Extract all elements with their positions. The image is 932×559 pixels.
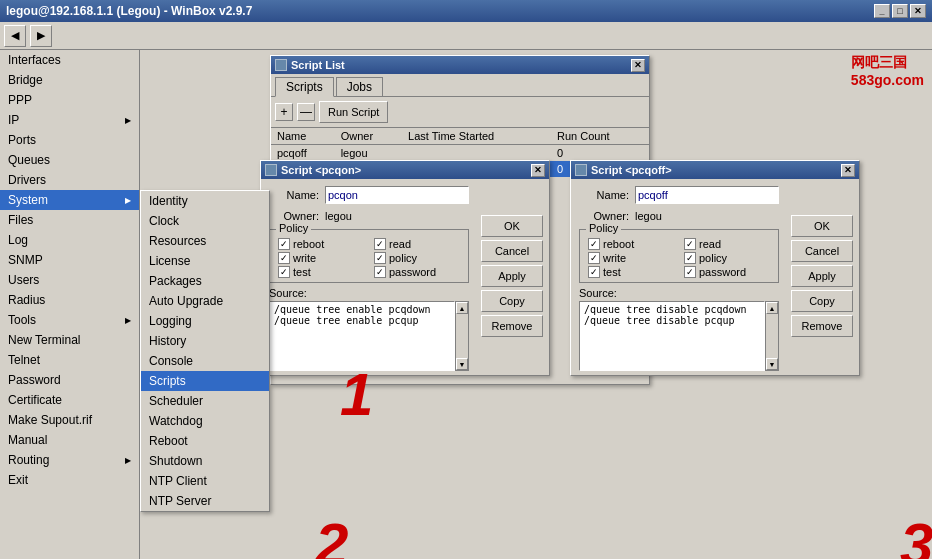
submenu-shutdown[interactable]: Shutdown: [141, 451, 269, 471]
watermark-line2: 583go.com: [851, 72, 924, 88]
submenu-clock[interactable]: Clock: [141, 211, 269, 231]
policy-test-off-checkbox[interactable]: ✓: [588, 266, 600, 278]
policy-reboot: ✓ reboot: [278, 238, 364, 250]
pcqoff-scrollbar: ▲ ▼: [765, 301, 779, 371]
script-list-close[interactable]: ✕: [631, 59, 645, 72]
pcqon-scroll-up[interactable]: ▲: [456, 302, 468, 314]
pcqon-close[interactable]: ✕: [531, 164, 545, 177]
sidebar-item-make-supout[interactable]: Make Supout.rif: [0, 410, 139, 430]
submenu-identity[interactable]: Identity: [141, 191, 269, 211]
sidebar-item-system[interactable]: System: [0, 190, 139, 210]
pcqon-cancel-button[interactable]: Cancel: [481, 240, 543, 262]
remove-script-button[interactable]: —: [297, 103, 315, 121]
pcqon-policy-group: Policy ✓ reboot ✓ read ✓: [269, 229, 469, 283]
policy-write-off-checkbox[interactable]: ✓: [588, 252, 600, 264]
policy-write-checkbox[interactable]: ✓: [278, 252, 290, 264]
policy-read-checkbox[interactable]: ✓: [374, 238, 386, 250]
submenu-reboot[interactable]: Reboot: [141, 431, 269, 451]
policy-policy-checkbox[interactable]: ✓: [374, 252, 386, 264]
sidebar-item-manual[interactable]: Manual: [0, 430, 139, 450]
pcqoff-apply-button[interactable]: Apply: [791, 265, 853, 287]
window-icon: [575, 164, 587, 176]
window-icon: [265, 164, 277, 176]
submenu-license[interactable]: License: [141, 251, 269, 271]
back-button[interactable]: ◀: [4, 25, 26, 47]
policy-reboot-off-checkbox[interactable]: ✓: [588, 238, 600, 250]
sidebar-item-ppp[interactable]: PPP: [0, 90, 139, 110]
pcqoff-close[interactable]: ✕: [841, 164, 855, 177]
sidebar-item-new-terminal[interactable]: New Terminal: [0, 330, 139, 350]
pcqoff-scroll-up[interactable]: ▲: [766, 302, 778, 314]
pcqon-scroll-down[interactable]: ▼: [456, 358, 468, 370]
close-button[interactable]: ✕: [910, 4, 926, 18]
minimize-button[interactable]: _: [874, 4, 890, 18]
pcqon-apply-button[interactable]: Apply: [481, 265, 543, 287]
sidebar-item-users[interactable]: Users: [0, 270, 139, 290]
sidebar-item-files[interactable]: Files: [0, 210, 139, 230]
submenu-ntp-client[interactable]: NTP Client: [141, 471, 269, 491]
pcqoff-source-text[interactable]: /queue tree disable pcqdown/queue tree d…: [579, 301, 765, 371]
sidebar-item-log[interactable]: Log: [0, 230, 139, 250]
submenu-ntp-server[interactable]: NTP Server: [141, 491, 269, 511]
pcqoff-copy-button[interactable]: Copy: [791, 290, 853, 312]
pcqon-copy-button[interactable]: Copy: [481, 290, 543, 312]
sidebar-item-bridge[interactable]: Bridge: [0, 70, 139, 90]
col-run-count: Run Count: [551, 128, 649, 145]
watermark-line1: 网吧三国: [851, 54, 924, 72]
sidebar-item-tools[interactable]: Tools: [0, 310, 139, 330]
pcqoff-titlebar: Script <pcqoff> ✕: [571, 161, 859, 179]
submenu-packages[interactable]: Packages: [141, 271, 269, 291]
window-title: legou@192.168.1.1 (Legou) - WinBox v2.9.…: [6, 4, 252, 18]
sidebar-item-interfaces[interactable]: Interfaces: [0, 50, 139, 70]
submenu-watchdog[interactable]: Watchdog: [141, 411, 269, 431]
sidebar-item-queues[interactable]: Queues: [0, 150, 139, 170]
maximize-button[interactable]: □: [892, 4, 908, 18]
script-pcqon-window: Script <pcqon> ✕ OK Cancel Apply Copy Re…: [260, 160, 550, 376]
policy-test-checkbox[interactable]: ✓: [278, 266, 290, 278]
pcqoff-remove-button[interactable]: Remove: [791, 315, 853, 337]
pcqoff-scroll-down[interactable]: ▼: [766, 358, 778, 370]
sidebar-item-snmp[interactable]: SNMP: [0, 250, 139, 270]
sidebar-item-ports[interactable]: Ports: [0, 130, 139, 150]
submenu-history[interactable]: History: [141, 331, 269, 351]
sidebar-item-ip[interactable]: IP: [0, 110, 139, 130]
submenu-console[interactable]: Console: [141, 351, 269, 371]
pcqoff-name-input[interactable]: [635, 186, 779, 204]
watermark: 网吧三国 583go.com: [851, 54, 924, 88]
submenu-scheduler[interactable]: Scheduler: [141, 391, 269, 411]
sidebar-item-telnet[interactable]: Telnet: [0, 350, 139, 370]
sidebar-item-drivers[interactable]: Drivers: [0, 170, 139, 190]
submenu-auto-upgrade[interactable]: Auto Upgrade: [141, 291, 269, 311]
sidebar-item-routing[interactable]: Routing: [0, 450, 139, 470]
policy-reboot-checkbox[interactable]: ✓: [278, 238, 290, 250]
add-script-button[interactable]: +: [275, 103, 293, 121]
submenu-scripts[interactable]: Scripts: [141, 371, 269, 391]
title-bar: legou@192.168.1.1 (Legou) - WinBox v2.9.…: [0, 0, 932, 22]
pcqoff-policy-legend: Policy: [586, 222, 621, 234]
pcqon-remove-button[interactable]: Remove: [481, 315, 543, 337]
policy-policy-off: ✓ policy: [684, 252, 770, 264]
pcqon-ok-button[interactable]: OK: [481, 215, 543, 237]
policy-policy-off-checkbox[interactable]: ✓: [684, 252, 696, 264]
script-list-tabs: Scripts Jobs: [271, 74, 649, 97]
sidebar-item-radius[interactable]: Radius: [0, 290, 139, 310]
tab-jobs[interactable]: Jobs: [336, 77, 383, 96]
policy-test: ✓ test: [278, 266, 364, 278]
submenu-resources[interactable]: Resources: [141, 231, 269, 251]
script-list-title: Script List: [291, 59, 345, 71]
policy-password-checkbox[interactable]: ✓: [374, 266, 386, 278]
pcqon-name-input[interactable]: [325, 186, 469, 204]
sidebar-item-password[interactable]: Password: [0, 370, 139, 390]
main-area: Interfaces Bridge PPP IP Ports Queues Dr…: [0, 50, 932, 559]
table-row[interactable]: pcqoff legou 0: [271, 145, 649, 162]
tab-scripts[interactable]: Scripts: [275, 77, 334, 97]
pcqoff-ok-button[interactable]: OK: [791, 215, 853, 237]
run-script-button[interactable]: Run Script: [319, 101, 388, 123]
policy-password-off-checkbox[interactable]: ✓: [684, 266, 696, 278]
forward-button[interactable]: ▶: [30, 25, 52, 47]
sidebar-item-certificate[interactable]: Certificate: [0, 390, 139, 410]
sidebar-item-exit[interactable]: Exit: [0, 470, 139, 490]
submenu-logging[interactable]: Logging: [141, 311, 269, 331]
pcqoff-cancel-button[interactable]: Cancel: [791, 240, 853, 262]
policy-read-off-checkbox[interactable]: ✓: [684, 238, 696, 250]
